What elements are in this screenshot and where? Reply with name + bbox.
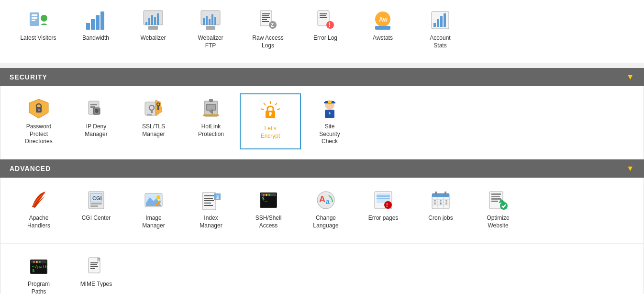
error-log-icon: ! xyxy=(314,9,337,32)
error-log-label: Error Log xyxy=(313,34,337,42)
svg-rect-96 xyxy=(204,200,214,201)
svg-rect-22 xyxy=(206,26,215,30)
svg-rect-150 xyxy=(90,264,97,265)
svg-rect-5 xyxy=(86,23,90,30)
webalizer-icon xyxy=(142,9,165,32)
nav-cgi-center[interactable]: CGI CGI Center xyxy=(67,185,125,233)
nav-error-log[interactable]: ! Error Log xyxy=(297,5,354,53)
nav-mime-types[interactable]: MIME Types xyxy=(67,251,125,294)
ip-deny-label: IP DenyManager xyxy=(85,123,107,138)
svg-point-107 xyxy=(268,194,270,196)
nav-ip-deny[interactable]: IP DenyManager xyxy=(67,93,125,149)
svg-rect-114 xyxy=(377,198,390,199)
nav-apache-handlers[interactable]: ApacheHandlers xyxy=(10,185,67,233)
nav-webalizer-ftp[interactable]: WebalizerFTP xyxy=(182,5,239,53)
svg-point-128 xyxy=(445,200,447,202)
svg-rect-120 xyxy=(444,192,446,195)
cron-jobs-icon xyxy=(429,189,452,212)
nav-image-manager[interactable]: ImageManager xyxy=(125,185,182,233)
svg-point-131 xyxy=(445,203,447,204)
svg-rect-25 xyxy=(262,15,269,16)
awstats-icon: Aw xyxy=(371,9,394,32)
svg-rect-24 xyxy=(262,13,270,14)
advanced-header[interactable]: ADVANCED ▼ xyxy=(0,159,644,178)
latest-visitors-icon xyxy=(27,9,50,32)
nav-ssh-shell[interactable]: $_ SSH/ShellAccess xyxy=(240,185,297,233)
svg-rect-68 xyxy=(209,99,213,102)
apache-handlers-icon xyxy=(27,189,50,212)
svg-rect-33 xyxy=(320,15,326,16)
nav-webalizer[interactable]: Webalizer xyxy=(124,5,182,53)
ssl-tls-label: SSL/TLSManager xyxy=(142,123,165,138)
nav-latest-visitors[interactable]: Latest Visitors xyxy=(10,5,67,53)
svg-rect-44 xyxy=(444,13,446,27)
ip-deny-icon xyxy=(85,97,108,120)
nav-account-stats[interactable]: AccountStats xyxy=(411,5,469,53)
security-header[interactable]: SECURITY ▼ xyxy=(0,68,644,86)
webalizer-label: Webalizer xyxy=(140,34,166,42)
ssl-tls-icon xyxy=(142,97,165,120)
svg-rect-136 xyxy=(491,201,498,202)
svg-rect-34 xyxy=(320,17,327,18)
svg-rect-19 xyxy=(209,19,211,25)
latest-visitors-label: Latest Visitors xyxy=(20,34,56,42)
optimize-website-icon xyxy=(487,189,510,212)
svg-rect-18 xyxy=(206,16,208,25)
bandwidth-label: Bandwidth xyxy=(82,34,109,42)
svg-rect-59 xyxy=(147,114,152,115)
lets-encrypt-highlight-box: Let'sEncrypt xyxy=(240,93,301,149)
nav-password-protect[interactable]: PasswordProtectDirectories xyxy=(10,93,67,149)
advanced-title: ADVANCED xyxy=(10,165,51,172)
nav-lets-encrypt[interactable]: Let'sEncrypt xyxy=(242,95,299,147)
webalizer-ftp-label: WebalizerFTP xyxy=(198,34,223,49)
svg-text:Z: Z xyxy=(271,23,274,28)
apache-handlers-label: ApacheHandlers xyxy=(27,215,50,229)
bandwidth-icon xyxy=(84,9,107,32)
svg-text:Aw: Aw xyxy=(379,16,388,23)
svg-point-115 xyxy=(384,201,392,209)
nav-awstats[interactable]: Aw Awstats xyxy=(354,5,411,53)
svg-rect-118 xyxy=(432,193,449,197)
svg-rect-26 xyxy=(262,17,270,18)
nav-cron-jobs[interactable]: Cron jobs xyxy=(412,185,469,233)
security-title: SECURITY xyxy=(10,73,47,81)
svg-rect-6 xyxy=(91,19,95,30)
svg-line-71 xyxy=(277,109,280,110)
nav-optimize-website[interactable]: OptimizeWebsite xyxy=(469,185,527,233)
svg-point-127 xyxy=(440,200,442,202)
account-stats-label: AccountStats xyxy=(430,34,450,49)
svg-rect-27 xyxy=(262,19,267,20)
raw-access-logs-label: Raw AccessLogs xyxy=(252,34,283,49)
ssh-shell-icon: $_ xyxy=(257,189,280,212)
nav-hotlink[interactable]: HotLinkProtection xyxy=(182,93,240,149)
svg-rect-10 xyxy=(145,22,147,25)
cron-jobs-label: Cron jobs xyxy=(428,215,453,222)
svg-rect-3 xyxy=(32,20,35,21)
svg-rect-11 xyxy=(148,18,150,25)
svg-rect-87 xyxy=(90,205,98,207)
advanced-content: ApacheHandlers CGI CGI Center xyxy=(0,178,644,243)
webalizer-ftp-icon xyxy=(199,9,222,32)
nav-raw-access-logs[interactable]: Z Raw AccessLogs xyxy=(239,5,297,53)
nav-ssl-tls[interactable]: SSL/TLSManager xyxy=(125,93,182,149)
svg-point-91 xyxy=(156,195,160,199)
nav-change-language[interactable]: A a ChangeLanguage xyxy=(297,185,355,233)
svg-rect-94 xyxy=(204,195,214,196)
svg-rect-7 xyxy=(96,15,100,30)
nav-error-pages[interactable]: ! Error pages xyxy=(355,185,412,233)
nav-index-manager[interactable]: ⊞ IndexManager xyxy=(182,185,240,233)
nav-site-security[interactable]: SiteSecurityCheck xyxy=(301,93,358,149)
svg-text:!: ! xyxy=(329,22,331,28)
svg-point-142 xyxy=(36,261,38,263)
lets-encrypt-label[interactable]: Let'sEncrypt xyxy=(261,125,280,140)
svg-line-72 xyxy=(264,103,266,105)
svg-rect-151 xyxy=(90,266,98,267)
svg-rect-135 xyxy=(491,198,501,200)
error-pages-icon: ! xyxy=(372,189,395,212)
nav-bandwidth[interactable]: Bandwidth xyxy=(67,5,124,53)
site-security-label: SiteSecurityCheck xyxy=(319,123,340,146)
nav-program-paths[interactable]: ~/path $ ProgramPaths xyxy=(10,251,67,294)
svg-point-4 xyxy=(41,15,47,22)
svg-line-70 xyxy=(275,103,277,105)
svg-rect-152 xyxy=(90,268,95,269)
